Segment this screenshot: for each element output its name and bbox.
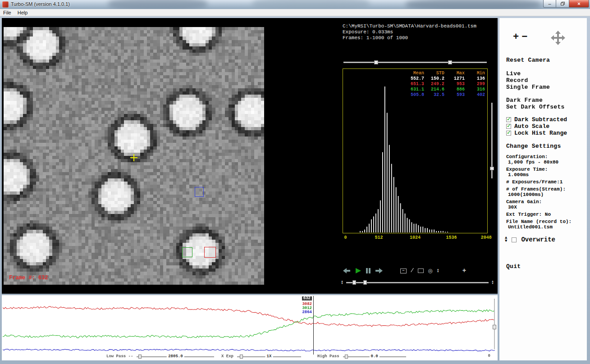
- axis-tick-label: 1024: [410, 235, 421, 240]
- line-tool-icon[interactable]: /: [410, 268, 414, 274]
- trace-right-value: 0: [488, 354, 490, 358]
- frame-scrub-slider[interactable]: [346, 280, 489, 285]
- vertical-slider-handle[interactable]: [490, 167, 494, 170]
- low-pass-slider[interactable]: 2805.0: [137, 354, 214, 359]
- cursor-labels: 632 308230122864: [254, 296, 312, 314]
- overwrite-label: Overwrite: [521, 236, 555, 243]
- histogram-panel[interactable]: MeanSTDMaxMin552.7150.21271136651.3249.2…: [343, 68, 488, 233]
- trace-vslider-handle[interactable]: [493, 325, 496, 329]
- cursor-frame-label: 632: [302, 296, 312, 300]
- low-pass-handle[interactable]: [138, 355, 142, 359]
- cursor-series-value: 2864: [254, 310, 312, 314]
- checkbox-box[interactable]: ✓: [506, 117, 511, 122]
- roi-box-green[interactable]: [182, 247, 192, 257]
- set-dark-offsets-button[interactable]: Set Dark Offsets: [506, 104, 565, 110]
- file-number-spinner[interactable]: ▲▼: [505, 237, 507, 243]
- down-arrow-icon: ▼: [437, 271, 439, 273]
- rect-tool-icon[interactable]: [418, 268, 424, 273]
- file-info: C:\MyRSI\Turbo-SM\SMDATA\Harvard-beads00…: [343, 23, 476, 41]
- live-button[interactable]: Live: [506, 70, 521, 77]
- x-exp-control: X Exp 1X: [221, 353, 301, 359]
- zoom-out-tool-icon[interactable]: −: [400, 268, 407, 273]
- checkbox-list: ✓Dark Subtracted✓Auto Scale✓Lock Hist Ra…: [506, 116, 567, 136]
- stats-row: 505.832.5593402: [404, 92, 485, 98]
- check-icon: ✓: [507, 123, 511, 129]
- file-path: C:\MyRSI\Turbo-SM\SMDATA\Harvard-beads00…: [343, 23, 476, 29]
- roi-box-red[interactable]: [204, 247, 216, 258]
- record-button[interactable]: Record: [506, 77, 528, 84]
- change-settings-button[interactable]: Change Settings: [506, 143, 561, 150]
- x-exp-slider[interactable]: 1X: [237, 354, 301, 359]
- trace-panel: 632 308230122864 Low Pass -- 2805.0 X Ex…: [2, 295, 498, 360]
- checkbox-auto-scale[interactable]: ✓Auto Scale: [506, 123, 567, 130]
- pan-icon[interactable]: [550, 30, 566, 46]
- histogram-range-slider[interactable]: [343, 60, 487, 65]
- settings-list: Configuration:1,000 fps - 80x80Exposure …: [506, 152, 584, 230]
- overwrite-checkbox[interactable]: [512, 237, 517, 242]
- low-pass-value: 2805.0: [167, 354, 184, 359]
- single-frame-button[interactable]: Single Frame: [506, 84, 550, 91]
- high-pass-value: 0.0: [370, 354, 380, 359]
- step-back-button[interactable]: [343, 268, 351, 274]
- checkbox-lock-hist-range[interactable]: ✓Lock Hist Range: [506, 130, 567, 136]
- titlebar[interactable]: Turbo-SM (version 4.1.0.1) – ×: [0, 0, 590, 9]
- roi-box-blue[interactable]: [195, 187, 204, 197]
- zoom-out-button[interactable]: −: [521, 32, 530, 43]
- cursor-values: 308230122864: [254, 302, 312, 314]
- plus-tool-icon[interactable]: +: [462, 267, 466, 274]
- trace-plot[interactable]: [3, 296, 495, 354]
- menu-file[interactable]: File: [0, 9, 14, 16]
- crosshair-marker[interactable]: [130, 154, 137, 161]
- window-title: Turbo-SM (version 4.1.0.1): [11, 1, 70, 7]
- axis-tick-label: 2048: [481, 235, 492, 240]
- tool-spinner[interactable]: ▲▼: [437, 268, 439, 273]
- setting-label: Exposure Time:: [506, 167, 584, 172]
- pause-button[interactable]: [366, 268, 371, 274]
- app-body: Frame #: 632 C:\MyRSI\Turbo-SM\SMDATA\Ha…: [0, 16, 590, 364]
- stats-table: MeanSTDMaxMin552.7150.21271136651.3249.2…: [404, 71, 485, 98]
- minimize-button[interactable]: –: [543, 0, 556, 8]
- step-forward-button[interactable]: [375, 268, 383, 274]
- trace-cursor-line[interactable]: [313, 296, 314, 355]
- histogram-vertical-slider[interactable]: [490, 103, 494, 178]
- close-icon: ×: [577, 1, 580, 6]
- checkbox-box[interactable]: ✓: [506, 124, 511, 129]
- scrub-right-spinner[interactable]: ▲▼: [491, 280, 494, 285]
- reset-camera-button[interactable]: Reset Camera: [506, 57, 550, 64]
- checkbox-dark-subtracted[interactable]: ✓Dark Subtracted: [506, 116, 567, 123]
- x-exp-handle[interactable]: [240, 355, 243, 359]
- setting-label: # of Frames(Stream):: [506, 187, 584, 192]
- low-pass-label: Low Pass --: [106, 354, 133, 359]
- setting-value: 30X: [506, 205, 584, 210]
- setting-label: Configuration:: [506, 154, 584, 159]
- setting-label: Ext Trigger: No: [506, 212, 584, 217]
- high-pass-handle[interactable]: [345, 355, 348, 359]
- stats-header: MeanSTDMaxMin: [404, 71, 485, 76]
- axis-tick-label: 512: [375, 235, 383, 240]
- tool-icons: − / ◎ ▲▼ +: [400, 267, 466, 274]
- zoom-in-button[interactable]: +: [513, 32, 521, 43]
- quit-button[interactable]: Quit: [506, 263, 521, 270]
- scrub-handle-a[interactable]: [352, 280, 356, 285]
- x-exp-value: 1X: [265, 354, 273, 359]
- restore-button[interactable]: [556, 0, 569, 8]
- play-button[interactable]: [355, 268, 361, 274]
- trace-vertical-slider[interactable]: [493, 299, 496, 349]
- range-handle-low[interactable]: [374, 60, 378, 64]
- check-icon: ✓: [507, 129, 511, 136]
- checkbox-box[interactable]: ✓: [506, 131, 511, 136]
- histogram-axis: 0 512 1024 1536 2048: [343, 235, 488, 241]
- high-pass-slider[interactable]: 0.0: [343, 354, 406, 359]
- window-controls: – ×: [543, 0, 589, 8]
- menu-help[interactable]: Help: [14, 9, 31, 16]
- circle-tool-icon[interactable]: ◎: [428, 268, 432, 274]
- dark-frame-button[interactable]: Dark Frame: [506, 97, 543, 104]
- axis-tick-label: 0: [344, 235, 347, 240]
- exposure-info: Exposure: 0.033ms: [343, 29, 476, 35]
- scrub-left-spinner[interactable]: ▲▼: [341, 280, 343, 285]
- titlebar-glass-blur: [406, 0, 541, 9]
- range-handle-high[interactable]: [448, 60, 452, 64]
- close-button[interactable]: ×: [569, 0, 589, 8]
- scrub-handle-b[interactable]: [363, 280, 367, 285]
- checkbox-label: Auto Scale: [514, 123, 549, 130]
